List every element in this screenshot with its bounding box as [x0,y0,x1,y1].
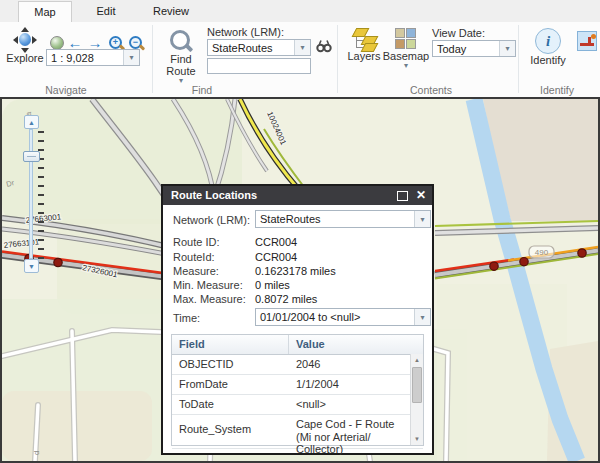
table-header: Field Value [172,335,423,355]
layers-button[interactable]: Layers [344,28,384,62]
find-route-button[interactable]: Find Route ▾ [160,29,202,84]
zoom-slider-track[interactable] [29,129,33,259]
field-column-header: Field [172,335,289,354]
network-lrm-label: Network (LRM): [207,26,284,38]
value-cell: 1/1/2004 [289,375,411,394]
info-dot-icon [591,34,596,39]
svg-text:490: 490 [535,248,549,257]
chevron-down-icon[interactable]: ▾ [414,211,430,227]
chevron-down-icon[interactable]: ▾ [123,50,139,65]
scrollbar-thumb[interactable] [412,367,422,403]
ribbon: Explore ← → + − 1 : 9,028 ▾ Navigate Fin… [0,22,600,97]
basemap-button[interactable]: Basemap ▾ [384,28,428,69]
chevron-down-icon[interactable]: ▾ [294,40,310,55]
field-cell: Route_System [172,415,289,448]
group-separator [152,25,153,93]
network-lrm-value: StateRoutes [208,40,294,55]
group-separator [518,25,519,93]
network-lrm-combobox[interactable]: StateRoutes ▾ [207,39,311,56]
globe-icon [50,36,64,50]
identify-group-label: Identify [532,84,582,96]
route-line-icon [588,37,591,46]
explore-button[interactable]: Explore [2,28,48,64]
max-measure-label: Max. Measure: [173,293,246,305]
route-locations-dialog: Route Locations ✕ Network (LRM): StateRo… [161,184,434,455]
table-row[interactable]: OBJECTID 2046 [172,355,423,375]
identify-label: Identify [530,54,565,66]
measure-label: Measure: [173,265,219,277]
dialog-network-combobox[interactable]: StateRoutes ▾ [255,210,431,228]
chevron-down-icon[interactable]: ▾ [414,309,430,325]
find-route-label: Find Route [164,53,198,77]
layers-icon [352,28,376,50]
map-scale-value: 1 : 9,028 [47,50,123,65]
tab-map[interactable]: Map [18,1,72,23]
min-measure-value: 0 miles [255,279,290,291]
value-cell: <null> [289,395,411,414]
value-column-header: Value [289,335,423,354]
scroll-down-icon[interactable]: ▼ [411,433,423,445]
table-scrollbar[interactable]: ▲ ▼ [410,354,423,445]
svg-text:d: d [32,451,41,455]
map-scale-combobox[interactable]: 1 : 9,028 ▾ [46,49,140,66]
route-line-icon [580,43,594,46]
time-combobox[interactable]: 01/01/2004 to <null> ▾ [255,308,431,326]
identify-button[interactable]: i Identify [526,28,570,66]
table-row[interactable]: Route_System Cape Cod - F Route (Mi nor … [172,415,423,449]
dialog-network-label: Network (LRM): [173,214,250,226]
field-cell: ToDate [172,395,289,414]
slider-zoom-out-button[interactable]: ▼ [24,259,39,273]
chevron-down-icon: ▾ [179,77,183,84]
routeid-value: CCR004 [255,251,297,263]
routeid-label: RouteId: [173,251,215,263]
tab-edit[interactable]: Edit [80,1,132,21]
dialog-titlebar[interactable]: Route Locations ✕ [163,186,432,205]
route-id-label: Route ID: [173,236,219,248]
field-cell: FromDate [172,375,289,394]
dialog-network-value: StateRoutes [256,211,414,227]
explore-label: Explore [6,52,43,64]
explore-icon [13,28,37,52]
ribbon-tabbar: Map Edit Review [0,0,600,23]
basemap-icon [395,28,417,50]
route-shield-490: 490 [529,246,554,258]
find-group-label: Find [152,84,252,96]
min-measure-label: Min. Measure: [173,279,243,291]
navigate-group-label: Navigate [20,84,112,96]
view-date-label: View Date: [432,27,485,39]
zoom-slider-handle[interactable] [23,151,40,162]
scroll-up-icon[interactable]: ▲ [411,354,423,366]
slider-zoom-in-button[interactable]: ▲ [24,115,39,129]
view-date-value: Today [433,41,499,56]
identify-icon: i [535,28,561,54]
zoom-slider[interactable]: ▲ ▼ [24,115,44,275]
field-cell: OBJECTID [172,355,289,374]
tab-review[interactable]: Review [142,1,200,21]
time-label: Time: [173,312,200,324]
search-routes-button[interactable] [316,39,332,55]
attribute-table: Field Value OBJECTID 2046 FromDate 1/1/2… [171,334,424,446]
max-measure-value: 0.8072 miles [255,293,317,305]
measure-value: 0.1623178 miles [255,265,336,277]
value-cell: Cape Cod - F Route (Mi nor Arterial/ Col… [289,415,411,448]
view-date-combobox[interactable]: Today ▾ [432,40,516,57]
time-value: 01/01/2004 to <null> [256,309,414,325]
dialog-title: Route Locations [171,189,257,201]
svg-text:10024001: 10024001 [265,110,288,147]
group-separator [337,25,338,93]
find-route-icon [169,29,193,53]
chevron-down-icon: ▾ [404,62,408,69]
binoculars-icon [316,39,332,53]
identify-route-locations-button[interactable] [577,31,597,51]
table-row[interactable]: ToDate <null> [172,395,423,415]
table-row[interactable]: FromDate 1/1/2004 [172,375,423,395]
value-cell: 2046 [289,355,411,374]
route-id-value: CCR004 [255,236,297,248]
close-icon[interactable]: ✕ [416,186,426,205]
contents-group-label: Contents [381,84,481,96]
maximize-icon[interactable] [397,191,408,201]
route-id-input[interactable] [207,58,311,74]
chevron-down-icon[interactable]: ▾ [499,41,515,56]
